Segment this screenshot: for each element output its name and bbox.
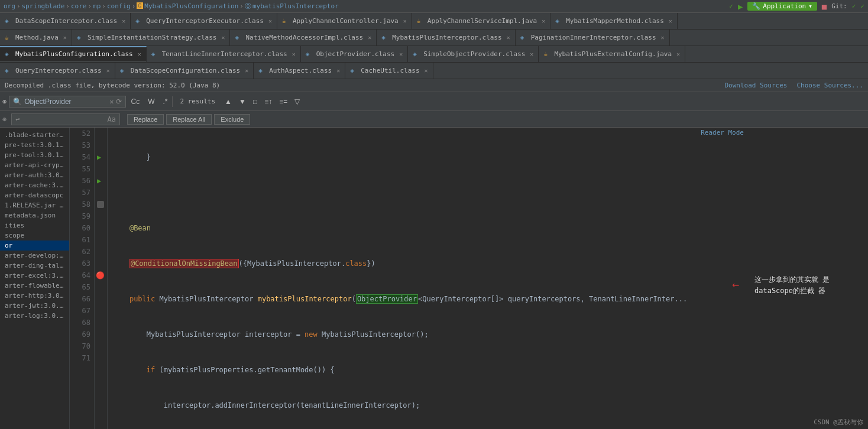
toggle-view-btn[interactable]: □ [251,96,260,107]
close-icon[interactable]: ✕ [661,34,665,41]
replace-button[interactable]: Replace [127,114,164,125]
java-icon: ☕ [543,50,552,58]
sidebar-item-log[interactable]: arter-log:3.0.1.R [0,311,69,321]
app-dropdown-icon: ▾ [808,2,812,10]
tab-mybatisplusinterceptor[interactable]: ◈ MybatisPlusInterceptor.class ✕ [377,30,515,46]
sidebar-item-develop[interactable]: arter-develop:3. [0,251,69,261]
tab-mybatisplusexternalconfig[interactable]: ☕ MybatisPlusExternalConfig.java ✕ [539,46,685,63]
tab-method[interactable]: ☕ Method.java ✕ [0,30,72,46]
close-icon[interactable]: ✕ [669,18,672,24]
search-magnifier-icon: 🔍 [13,98,22,106]
sidebar-item-2[interactable]: pre-tool:3.0.1.RE [0,150,69,160]
sidebar-item-0[interactable]: .blade-starter-d [0,130,69,140]
sidebar-item-scope[interactable]: scope [0,230,69,240]
class-icon: ◈ [151,50,160,58]
close-icon[interactable]: ✕ [63,34,67,41]
tab-applychannelserviceimpl[interactable]: ☕ ApplyChannelServiceImpl.java ✕ [412,13,550,30]
bc-springblade: springblade [22,2,65,10]
close-icon[interactable]: ✕ [221,34,225,41]
filter-btn[interactable]: ≡↑ [262,96,274,107]
close-icon[interactable]: ✕ [106,67,110,74]
sidebar-item-3[interactable]: arter-api-crypto [0,160,69,170]
prev-result-btn[interactable]: ▲ [222,96,234,107]
app-label: Application [763,2,806,10]
run-btn[interactable]: ▶ [738,2,743,11]
close-icon[interactable]: ✕ [403,18,407,24]
tab-simpleinstantiationstrategy[interactable]: ◈ SimpleInstantiationStrategy.class ✕ [72,30,231,46]
next-result-btn[interactable]: ▼ [237,96,248,107]
class-icon: ◈ [520,34,529,42]
close-icon[interactable]: ✕ [138,51,141,57]
tab-authaspect[interactable]: ◈ AuthAspect.class ✕ [254,63,345,79]
replace-expand-icon[interactable]: ⊕ [2,115,7,124]
clear-search-icon[interactable]: ✕ [109,98,114,106]
close-icon[interactable]: ✕ [122,18,125,24]
close-icon[interactable]: ✕ [268,18,272,24]
tab-simpleobjectprovider[interactable]: ◈ SimpleObjectProvider.class ✕ [408,46,539,63]
close-icon[interactable]: ✕ [425,67,428,74]
replace-aa-icon[interactable]: Aa [107,115,115,124]
sidebar-item-excel[interactable]: arter-excel:3.0.1 [0,271,69,281]
close-icon[interactable]: ✕ [399,51,403,57]
tab-tenantlineinnerinterceptor[interactable]: ◈ TenantLineInnerInterceptor.class ✕ [147,46,301,63]
tab-cacheutil[interactable]: ◈ CacheUtil.class ✕ [345,63,433,79]
bc-class: 🅶 [137,2,143,10]
sidebar-item-ities[interactable]: ities [0,220,69,230]
sidebar-item-7[interactable]: 1.RELEASE.jar lib [0,200,69,210]
choose-sources-link[interactable]: Choose Sources... [796,82,863,89]
search-history-icon[interactable]: ⟳ [116,98,122,106]
search-expand-icon[interactable]: ⊕ [2,98,7,106]
tab-objectprovider[interactable]: ◈ ObjectProvider.class ✕ [301,46,408,63]
sidebar-item-meta[interactable]: metadata.json [0,210,69,220]
close-icon[interactable]: ✕ [336,67,340,74]
top-bar: org › springblade › core › mp › config ›… [0,0,868,13]
reader-mode-label[interactable]: Reader Mode [701,128,744,138]
sidebar-item-ding[interactable]: arter-ding-talk: [0,261,69,271]
info-bar: Decompiled .class file, bytecode version… [0,79,868,92]
exclude-button[interactable]: Exclude [214,114,250,125]
regex-btn[interactable]: .* [160,96,170,107]
close-icon[interactable]: ✕ [676,51,680,57]
java-icon: ☕ [282,17,290,25]
sidebar-item-4[interactable]: arter-auth:3.0.1. [0,170,69,180]
replace-all-button[interactable]: Replace All [166,114,212,125]
tab-mybatismappermethod[interactable]: ◈ MybatisMapperMethod.class ✕ [550,13,678,30]
close-icon[interactable]: ✕ [368,34,371,41]
download-sources-link[interactable]: Download Sources [724,82,787,89]
close-icon[interactable]: ✕ [292,51,296,57]
sidebar-item-jwt[interactable]: arter-jwt:3.0.1.R [0,301,69,311]
class-icon: ◈ [555,17,563,25]
sidebar-item-http[interactable]: arter-http:3.0.1. [0,291,69,301]
tab-nativemethodaccessorimpl[interactable]: ◈ NativeMethodAccessorImpl.class ✕ [230,30,377,46]
tab-queryinterceptor[interactable]: ◈ QueryInterceptor.class ✕ [0,63,115,79]
match-case-btn[interactable]: Cc [128,96,142,107]
close-icon[interactable]: ✕ [245,67,248,74]
csdn-watermark: CSDN @孟秋与你 [814,418,863,427]
filter2-btn[interactable]: ≡= [277,96,290,107]
tab-queryinterceptorexecutor[interactable]: ◈ QueryInterceptorExecutor.class ✕ [131,13,277,30]
code-line-53 [112,187,863,199]
replace-input[interactable] [22,115,105,124]
application-button[interactable]: 🔧 Application ▾ [747,2,817,11]
close-icon[interactable]: ✕ [507,34,510,41]
tab-applychannelcontroller[interactable]: ☕ ApplyChannelController.java ✕ [277,13,412,30]
sidebar-item-or[interactable]: or [0,240,69,251]
tab-mybatisplusconfig-active[interactable]: ◈ MybatisPlusConfiguration.class ✕ [0,46,147,63]
close-icon[interactable]: ✕ [542,18,545,24]
tab-paginationinnerinterceptor[interactable]: ◈ PaginationInnerInterceptor.class ✕ [516,30,670,46]
match-word-btn[interactable]: W [145,96,157,107]
code-line-58: if (mybatisPlusProperties.getTenantMode(… [112,364,863,376]
app-icon: 🔧 [752,2,760,10]
sidebar-item-6[interactable]: arter-datascopc [0,190,69,200]
replace-icon: ↩ [15,115,20,124]
tab-datascopeconfiguration[interactable]: ◈ DataScopeConfiguration.class ✕ [115,63,254,79]
tab-datascopeinterceptor[interactable]: ◈ DataScopeInterceptor.class ✕ [0,13,131,30]
divider [172,96,173,107]
search-input[interactable] [24,98,107,106]
close-icon[interactable]: ✕ [530,51,533,57]
sidebar-item-1[interactable]: pre-test:3.0.1.RE [0,140,69,150]
sidebar-item-5[interactable]: arter-cache:3.0. [0,180,69,190]
stop-btn[interactable]: ■ [822,2,827,11]
filter3-btn[interactable]: ▽ [292,96,302,107]
sidebar-item-flowable[interactable]: arter-flowable:3 [0,281,69,291]
